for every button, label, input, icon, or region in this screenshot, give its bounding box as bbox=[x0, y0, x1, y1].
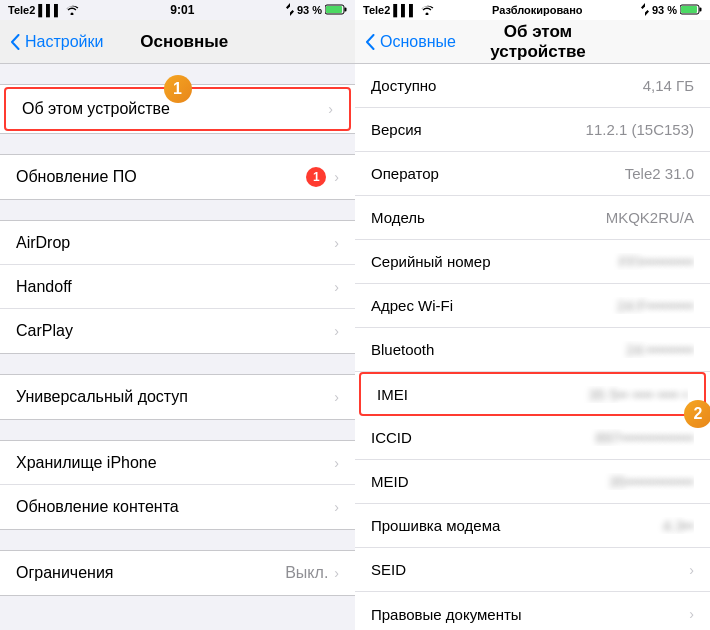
right-status-right: 93 % bbox=[641, 3, 702, 18]
right-wifi-icon bbox=[420, 4, 434, 17]
detail-value-modem: 4.3•• bbox=[500, 517, 694, 534]
detail-value-available: 4,14 ГБ bbox=[491, 77, 694, 94]
detail-label-wifi_addr: Адрес Wi-Fi bbox=[371, 297, 491, 314]
cell-update-label: Обновление ПО bbox=[16, 168, 306, 186]
left-panel: Tele2 ▌▌▌ 9:01 93 % Настройки Основные bbox=[0, 0, 355, 630]
cell-accessibility[interactable]: Универсальный доступ › bbox=[0, 375, 355, 419]
cell-restrictions-value: Выкл. bbox=[285, 564, 328, 582]
svg-rect-4 bbox=[700, 7, 702, 11]
right-nav-title: Об этом устройстве bbox=[456, 22, 620, 62]
section-about: 1 Об этом устройстве › bbox=[0, 84, 355, 134]
right-nav-bar: Основные Об этом устройстве bbox=[355, 20, 710, 64]
cell-carplay-label: CarPlay bbox=[16, 322, 334, 340]
left-nav-title: Основные bbox=[103, 32, 265, 52]
right-lock-label: Разблокировано bbox=[492, 4, 583, 16]
detail-label-carrier: Оператор bbox=[371, 165, 491, 182]
detail-label-available: Доступно bbox=[371, 77, 491, 94]
storage-chevron: › bbox=[334, 455, 339, 471]
cell-airdrop[interactable]: AirDrop › bbox=[0, 221, 355, 265]
cell-handoff-label: Handoff bbox=[16, 278, 334, 296]
detail-label-imei: IMEI bbox=[377, 386, 497, 403]
left-status-right: 93 % bbox=[286, 3, 347, 18]
detail-label-bluetooth: Bluetooth bbox=[371, 341, 491, 358]
left-back-label: Настройки bbox=[25, 33, 103, 51]
left-status-left: Tele2 ▌▌▌ bbox=[8, 4, 79, 17]
right-status-bar: Tele2 ▌▌▌ Разблокировано 93 % bbox=[355, 0, 710, 20]
detail-label-serial: Серийный номер bbox=[371, 253, 491, 270]
cell-storage[interactable]: Хранилище iPhone › bbox=[0, 441, 355, 485]
detail-label-iccid: ICCID bbox=[371, 429, 491, 446]
detail-row-imei[interactable]: IMEI35 5•• •••• •••• •2 bbox=[359, 372, 706, 416]
left-bt-icon bbox=[286, 3, 294, 18]
cell-bgrefresh-label: Обновление контента bbox=[16, 498, 334, 516]
update-chevron: › bbox=[334, 169, 339, 185]
detail-value-meid: 35••••••••••••• bbox=[491, 473, 694, 490]
right-status-left: Tele2 ▌▌▌ bbox=[363, 4, 434, 17]
detail-row-iccid[interactable]: ICCID897•••••••••••••• bbox=[355, 416, 710, 460]
detail-rows: Доступно4,14 ГБВерсия11.2.1 (15C153)Опер… bbox=[355, 64, 710, 630]
section-update: Обновление ПО 1 › bbox=[0, 154, 355, 200]
detail-label-meid: MEID bbox=[371, 473, 491, 490]
detail-row-model[interactable]: МодельMKQK2RU/A bbox=[355, 196, 710, 240]
detail-chevron-legal: › bbox=[689, 606, 694, 622]
cell-update[interactable]: Обновление ПО 1 › bbox=[0, 155, 355, 199]
svg-rect-5 bbox=[681, 6, 697, 13]
svg-rect-1 bbox=[345, 7, 347, 11]
right-bt-icon bbox=[641, 3, 649, 18]
cell-accessibility-label: Универсальный доступ bbox=[16, 388, 334, 406]
right-signal: ▌▌▌ bbox=[393, 4, 416, 16]
detail-value-carrier: Tele2 31.0 bbox=[491, 165, 694, 182]
detail-value-bluetooth: 24:••••••••• bbox=[491, 341, 694, 358]
detail-row-meid[interactable]: MEID35••••••••••••• bbox=[355, 460, 710, 504]
detail-label-modem: Прошивка модема bbox=[371, 517, 500, 534]
circle-2: 2 bbox=[684, 400, 710, 428]
detail-label-model: Модель bbox=[371, 209, 491, 226]
update-badge: 1 bbox=[306, 167, 326, 187]
detail-value-model: MKQK2RU/A bbox=[491, 209, 694, 226]
about-chevron: › bbox=[328, 101, 333, 117]
right-battery-icon bbox=[680, 4, 702, 17]
detail-row-seid[interactable]: SEID› bbox=[355, 548, 710, 592]
detail-value-wifi_addr: 24:F••••••••• bbox=[491, 297, 694, 314]
right-panel: Tele2 ▌▌▌ Разблокировано 93 % Основные О… bbox=[355, 0, 710, 630]
left-carrier: Tele2 bbox=[8, 4, 35, 16]
detail-row-wifi_addr[interactable]: Адрес Wi-Fi24:F••••••••• bbox=[355, 284, 710, 328]
detail-row-version[interactable]: Версия11.2.1 (15C153) bbox=[355, 108, 710, 152]
detail-label-version: Версия bbox=[371, 121, 491, 138]
restrictions-chevron: › bbox=[334, 565, 339, 581]
section-accessibility: Универсальный доступ › bbox=[0, 374, 355, 420]
accessibility-chevron: › bbox=[334, 389, 339, 405]
right-carrier: Tele2 bbox=[363, 4, 390, 16]
left-time: 9:01 bbox=[170, 3, 194, 17]
detail-row-modem[interactable]: Прошивка модема4.3•• bbox=[355, 504, 710, 548]
detail-label-legal: Правовые документы bbox=[371, 606, 522, 623]
detail-value-serial: FFI•••••••••• bbox=[491, 253, 694, 270]
detail-row-bluetooth[interactable]: Bluetooth24:••••••••• bbox=[355, 328, 710, 372]
bgrefresh-chevron: › bbox=[334, 499, 339, 515]
section-connectivity: AirDrop › Handoff › CarPlay › bbox=[0, 220, 355, 354]
cell-restrictions-label: Ограничения bbox=[16, 564, 285, 582]
airdrop-chevron: › bbox=[334, 235, 339, 251]
left-status-bar: Tele2 ▌▌▌ 9:01 93 % bbox=[0, 0, 355, 20]
right-detail-content: Доступно4,14 ГБВерсия11.2.1 (15C153)Опер… bbox=[355, 64, 710, 630]
detail-row-legal[interactable]: Правовые документы› bbox=[355, 592, 710, 630]
left-back-button[interactable]: Настройки bbox=[10, 33, 103, 51]
detail-row-available[interactable]: Доступно4,14 ГБ bbox=[355, 64, 710, 108]
left-battery-pct: 93 % bbox=[297, 4, 322, 16]
left-battery-icon bbox=[325, 4, 347, 17]
detail-row-serial[interactable]: Серийный номерFFI•••••••••• bbox=[355, 240, 710, 284]
right-back-label: Основные bbox=[380, 33, 456, 51]
carplay-chevron: › bbox=[334, 323, 339, 339]
detail-label-seid: SEID bbox=[371, 561, 491, 578]
handoff-chevron: › bbox=[334, 279, 339, 295]
left-settings-content: 1 Об этом устройстве › Обновление ПО 1 ›… bbox=[0, 64, 355, 630]
detail-chevron-seid: › bbox=[689, 562, 694, 578]
left-nav-bar: Настройки Основные bbox=[0, 20, 355, 64]
cell-handoff[interactable]: Handoff › bbox=[0, 265, 355, 309]
left-signal: ▌▌▌ bbox=[38, 4, 61, 16]
detail-row-carrier[interactable]: ОператорTele2 31.0 bbox=[355, 152, 710, 196]
cell-restrictions[interactable]: Ограничения Выкл. › bbox=[0, 551, 355, 595]
cell-carplay[interactable]: CarPlay › bbox=[0, 309, 355, 353]
cell-bgrefresh[interactable]: Обновление контента › bbox=[0, 485, 355, 529]
right-back-button[interactable]: Основные bbox=[365, 33, 456, 51]
